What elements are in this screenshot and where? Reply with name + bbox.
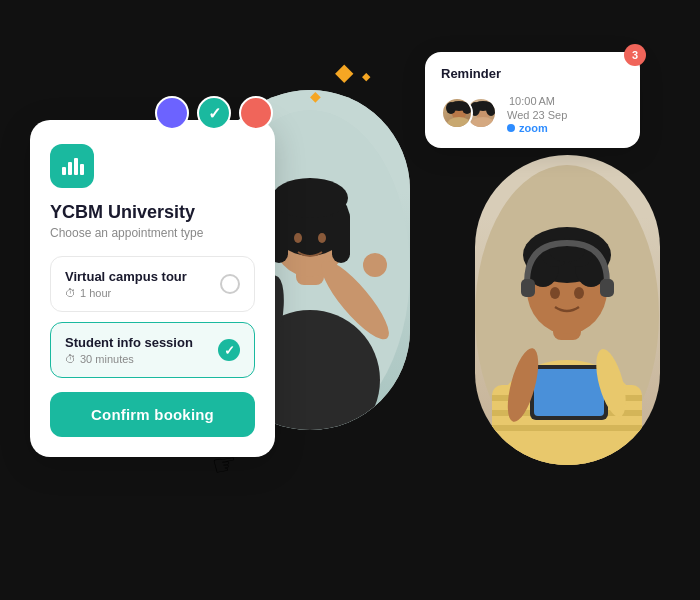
svg-point-43: [447, 117, 471, 129]
svg-point-47: [486, 102, 496, 116]
reminder-title: Reminder: [441, 66, 624, 81]
svg-point-28: [574, 287, 584, 299]
zoom-dot-icon: [507, 124, 515, 132]
university-name: YCBM University: [50, 202, 255, 223]
svg-rect-32: [534, 369, 604, 416]
radio-unselected-1[interactable]: [220, 274, 240, 294]
clock-icon-1: ⏱: [65, 287, 76, 299]
svg-point-8: [294, 233, 302, 243]
reminder-avatars: [441, 97, 497, 129]
zoom-badge: zoom: [507, 122, 624, 134]
reminder-card: 3 Reminder: [425, 52, 640, 148]
avatar-coral: [239, 96, 273, 130]
option-student-info-session[interactable]: Student info session ⏱ 30 minutes: [50, 322, 255, 378]
option-duration-1: ⏱ 1 hour: [65, 287, 187, 299]
clock-icon-2: ⏱: [65, 353, 76, 365]
photo-man: [475, 155, 660, 465]
option-title-1: Virtual campus tour: [65, 269, 187, 284]
equalizer-icon: [59, 153, 85, 179]
svg-point-11: [363, 253, 387, 277]
avatar-row: ✓: [155, 96, 273, 130]
sparkle-big-icon: ◆: [335, 58, 353, 86]
avatar-purple: [155, 96, 189, 130]
scene: ◆ ◆ ◆: [0, 0, 700, 600]
reminder-time-value: 10:00AM: [507, 91, 624, 109]
reminder-avatar-1: [441, 97, 473, 129]
svg-rect-37: [74, 158, 78, 175]
svg-rect-6: [332, 208, 350, 263]
svg-rect-35: [62, 167, 66, 175]
reminder-info-row: 10:00AM Wed 23 Sep zoom: [441, 91, 624, 134]
reminder-time-block: 10:00AM Wed 23 Sep zoom: [507, 91, 624, 134]
brand-icon: [50, 144, 94, 188]
option-virtual-campus-tour[interactable]: Virtual campus tour ⏱ 1 hour: [50, 256, 255, 312]
confirm-booking-button[interactable]: Confirm booking: [50, 392, 255, 437]
sparkle-small-icon: ◆: [310, 88, 321, 104]
svg-rect-29: [521, 279, 535, 297]
svg-point-9: [318, 233, 326, 243]
svg-point-48: [471, 117, 495, 129]
sparkle-tiny-icon: ◆: [362, 70, 370, 83]
svg-rect-38: [80, 164, 84, 175]
avatar-check: ✓: [197, 96, 231, 130]
svg-rect-36: [68, 162, 72, 175]
svg-point-27: [550, 287, 560, 299]
option-info: Virtual campus tour ⏱ 1 hour: [65, 269, 187, 299]
svg-rect-30: [600, 279, 614, 297]
appointment-subtitle: Choose an appointment type: [50, 226, 255, 240]
svg-point-42: [449, 101, 469, 111]
booking-card: YCBM University Choose an appointment ty…: [30, 120, 275, 457]
check-selected-2: [218, 339, 240, 361]
notification-badge: 3: [624, 44, 646, 66]
option-info-2: Student info session ⏱ 30 minutes: [65, 335, 193, 365]
svg-point-7: [272, 178, 348, 218]
option-duration-2: ⏱ 30 minutes: [65, 353, 193, 365]
option-title-2: Student info session: [65, 335, 193, 350]
reminder-date: Wed 23 Sep: [507, 109, 624, 121]
svg-rect-18: [492, 425, 642, 431]
